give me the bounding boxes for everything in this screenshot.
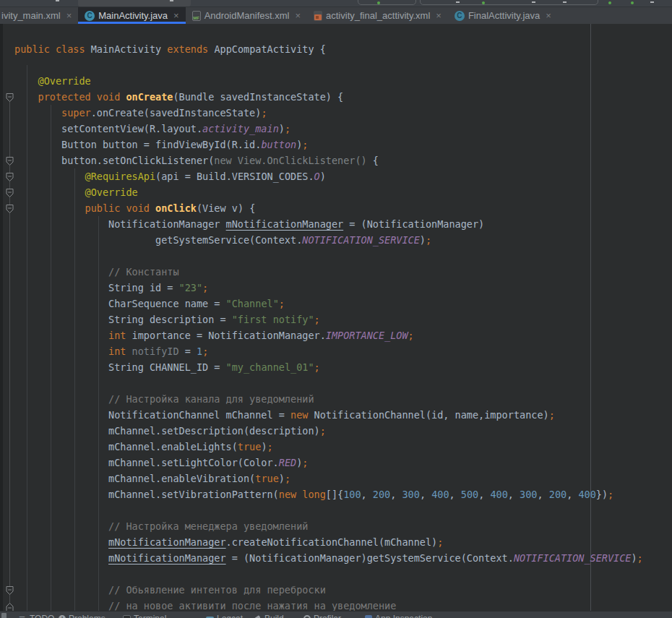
tool-window-button-profiler[interactable]: Profiler <box>303 614 341 618</box>
code-line: @Override <box>14 73 643 89</box>
tab-finalacttivity-java[interactable]: CFinalActtivity.java× <box>448 7 558 24</box>
code-line <box>14 566 643 582</box>
device-selector-fragment[interactable] <box>420 0 598 5</box>
toolbar-icon-fragment <box>563 1 567 3</box>
main-toolbar <box>0 0 672 7</box>
code-line: button.setOnClickListener(new View.OnCli… <box>14 153 643 168</box>
code-line: String CHANNEL_ID = "my_channel_01"; <box>14 359 643 375</box>
tab-activity-final-acttivity-xml[interactable]: activity_final_acttivity.xml× <box>307 7 448 24</box>
todo-icon: ☰ <box>19 615 27 618</box>
debug-icon <box>631 1 634 4</box>
close-icon[interactable]: × <box>295 10 301 21</box>
tab-mainactivity-java[interactable]: CMainActivity.java× <box>78 7 185 24</box>
toolbar-button-fragment[interactable] <box>78 0 191 7</box>
code-line: String id = "23"; <box>14 280 643 296</box>
terminal-icon: >_ <box>123 615 131 618</box>
toolbar-icon-fragment <box>456 1 460 3</box>
code-line: int importance = NotificationManager.IMP… <box>14 327 643 343</box>
toolbar-icon-fragment <box>532 1 535 3</box>
tool-window-button-problems[interactable]: !Problems <box>59 614 105 618</box>
tool-window-label: TODO <box>30 614 54 618</box>
tool-window-label: Terminal <box>134 614 166 618</box>
run-icon <box>482 1 485 4</box>
code-line: @Override <box>14 184 643 200</box>
tool-window-label: Logcat <box>217 614 243 618</box>
fold-collapse-icon[interactable] <box>6 93 14 106</box>
tool-window-label: App Inspection <box>375 614 432 618</box>
tab-ivity-main-xml[interactable]: ivity_main.xml× <box>0 7 78 24</box>
inspection-icon <box>365 615 372 618</box>
code-line: mChannel.enableVibration(true); <box>14 471 643 486</box>
editor-left-edge <box>0 24 3 611</box>
tab-label: ivity_main.xml <box>1 10 61 21</box>
ide-window: ivity_main.xml×CMainActivity.java×MFAndr… <box>0 0 672 618</box>
run-config-button-fragment[interactable] <box>358 0 416 5</box>
code-line: getSystemService(Context.NOTIFICATION_SE… <box>14 232 643 248</box>
java-class-icon: C <box>455 11 465 21</box>
code-line: Button button = findViewById(R.id.button… <box>14 137 643 153</box>
tab-androidmanifest-xml[interactable]: MFAndroidManifest.xml× <box>186 7 307 24</box>
manifest-file-icon: MF <box>192 11 201 21</box>
toolbar-icon-fragment <box>56 0 59 1</box>
tab-label: FinalActtivity.java <box>468 10 540 21</box>
code-editor[interactable]: public class MainActivity extends AppCom… <box>14 41 643 614</box>
code-line: setContentView(R.layout.activity_main); <box>14 121 643 137</box>
code-line: public void onClick(View v) { <box>14 200 643 216</box>
tool-window-label: Problems <box>69 614 105 618</box>
code-line: // Настройка канала для уведомлений <box>14 391 643 407</box>
code-line: // Настройка менеджера уведомлений <box>14 518 643 534</box>
tab-label: activity_final_acttivity.xml <box>326 10 430 21</box>
fold-collapse-icon[interactable] <box>6 156 14 169</box>
java-class-icon: C <box>85 11 95 21</box>
tool-window-button-todo[interactable]: ☰TODO <box>19 614 54 618</box>
code-line: mNotificationManager.createNotificationC… <box>14 534 643 550</box>
fold-collapse-icon[interactable] <box>6 172 14 185</box>
profiler-icon <box>303 615 311 618</box>
tab-label: MainActivity.java <box>98 10 168 21</box>
code-line: // Константы <box>14 264 643 280</box>
code-line: mChannel.setDescription(description); <box>14 423 643 439</box>
code-line: mChannel.setVibrationPattern(new long[]{… <box>14 486 643 502</box>
toolbar-icon-fragment <box>170 0 173 1</box>
build-icon <box>254 615 262 618</box>
close-icon[interactable]: × <box>173 10 179 21</box>
fold-collapse-icon[interactable] <box>6 585 14 598</box>
problems-icon: ! <box>59 615 66 618</box>
close-icon[interactable]: × <box>546 10 551 21</box>
editor-tab-bar: ivity_main.xml×CMainActivity.java×MFAndr… <box>0 7 672 24</box>
close-icon[interactable]: × <box>66 10 72 21</box>
tool-window-button-app-inspection[interactable]: App Inspection <box>365 614 432 618</box>
code-line: mChannel.setLightColor(Color.RED); <box>14 455 643 471</box>
tool-window-button-build[interactable]: Build <box>254 614 284 618</box>
code-line: @RequiresApi(api = Build.VERSION_CODES.O… <box>14 168 643 184</box>
code-line <box>14 248 643 264</box>
tool-window-button-terminal[interactable]: >_Terminal <box>123 614 166 618</box>
tool-window-button-logcat[interactable]: Logcat <box>206 614 243 618</box>
code-line <box>14 57 643 73</box>
run-icon <box>377 1 380 4</box>
code-line <box>14 375 643 391</box>
tool-window-bar: ☰TODO!Problems>_TerminalLogcatBuildProfi… <box>0 611 672 618</box>
layout-xml-file-icon <box>314 11 322 21</box>
code-line: protected void onCreate(Bundle savedInst… <box>14 89 643 105</box>
code-line: CharSequence name = "Channel"; <box>14 296 643 312</box>
code-line <box>14 502 643 518</box>
close-icon[interactable]: × <box>436 10 441 21</box>
run-icon <box>608 1 611 4</box>
fold-collapse-icon[interactable] <box>6 204 14 217</box>
code-line: NotificationManager mNotificationManager… <box>14 216 643 232</box>
code-line: String description = "first notify"; <box>14 312 643 327</box>
tab-label: AndroidManifest.xml <box>204 10 290 21</box>
code-line: super.onCreate(savedInstanceState); <box>14 105 643 121</box>
fold-collapse-icon[interactable] <box>6 188 14 201</box>
code-line: int notifyID = 1; <box>14 343 643 359</box>
code-line: mChannel.enableLights(true); <box>14 439 643 455</box>
tool-window-label: Build <box>264 614 284 618</box>
code-line: // Обьявление интентов для переброски <box>14 582 643 598</box>
toolbar-icon-fragment <box>650 1 654 3</box>
tool-window-label: Profiler <box>314 614 341 618</box>
code-line: public class MainActivity extends AppCom… <box>14 41 643 57</box>
code-line: mNotificationManager = (NotificationMana… <box>14 550 643 566</box>
code-line: NotificationChannel mChannel = new Notif… <box>14 407 643 423</box>
tool-window-icon-fragment[interactable] <box>1 613 7 618</box>
